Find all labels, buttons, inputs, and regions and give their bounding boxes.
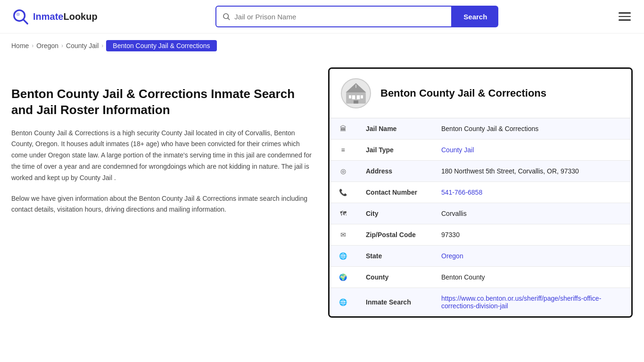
field-value-5: 97330	[432, 224, 631, 246]
jail-icon: 🏛	[330, 118, 356, 140]
info-card: Benton County Jail & Corrections 🏛Jail N…	[328, 67, 633, 318]
svg-rect-9	[349, 95, 351, 99]
field-value-0: Benton County Jail & Corrections	[432, 118, 631, 140]
svg-rect-7	[352, 95, 355, 99]
breadcrumb-state[interactable]: Oregon	[36, 42, 58, 49]
zip-icon: ✉	[330, 224, 356, 246]
hamburger-menu-button[interactable]	[617, 10, 633, 23]
card-header: Benton County Jail & Corrections	[330, 69, 631, 118]
county-icon: 🌍	[330, 267, 356, 288]
field-label-3: Contact Number	[356, 182, 432, 203]
right-column: Benton County Jail & Corrections 🏛Jail N…	[328, 67, 633, 318]
field-label-0: Jail Name	[356, 118, 432, 140]
city-icon: 🗺	[330, 203, 356, 224]
table-row: ≡Jail TypeCounty Jail	[330, 140, 631, 161]
svg-rect-10	[361, 95, 363, 99]
main-content: Benton County Jail & Corrections Inmate …	[0, 58, 644, 337]
page-title: Benton County Jail & Corrections Inmate …	[11, 86, 313, 118]
field-value-7: Benton County	[432, 267, 631, 288]
field-label-6: State	[356, 246, 432, 267]
breadcrumb-type[interactable]: County Jail	[66, 42, 99, 49]
svg-line-4	[228, 18, 230, 19]
table-row: ✉Zip/Postal Code97330	[330, 224, 631, 246]
left-column: Benton County Jail & Corrections Inmate …	[11, 67, 313, 318]
breadcrumb: Home › Oregon › County Jail › Benton Cou…	[0, 33, 644, 58]
info-table: 🏛Jail NameBenton County Jail & Correctio…	[330, 118, 631, 316]
field-value-8: https://www.co.benton.or.us/sheriff/page…	[432, 288, 631, 317]
hamburger-line-3	[619, 19, 631, 21]
table-row: 🌐Inmate Searchhttps://www.co.benton.or.u…	[330, 288, 631, 317]
search-wrapper	[215, 6, 452, 27]
search-icon: 🌐	[330, 288, 356, 317]
svg-point-2	[16, 12, 20, 16]
table-row: ◎Address180 Northwest 5th Street, Corval…	[330, 161, 631, 182]
table-row: 🌍CountyBenton County	[330, 267, 631, 288]
field-link-6[interactable]: Oregon	[441, 252, 463, 260]
globe-icon: 🌐	[330, 246, 356, 267]
jail-avatar	[341, 78, 371, 108]
field-label-8: Inmate Search	[356, 288, 432, 317]
search-input[interactable]	[234, 13, 446, 21]
page-description-1: Benton County Jail & Corrections is a hi…	[11, 128, 313, 184]
breadcrumb-current: Benton County Jail & Corrections	[106, 40, 216, 51]
svg-rect-8	[357, 95, 360, 99]
logo-icon	[11, 8, 29, 25]
breadcrumb-sep-1: ›	[32, 42, 33, 49]
field-label-4: City	[356, 203, 432, 224]
search-icon	[222, 12, 231, 21]
field-link-8[interactable]: https://www.co.benton.or.us/sheriff/page…	[441, 295, 601, 310]
field-label-2: Address	[356, 161, 432, 182]
field-link-3[interactable]: 541-766-6858	[441, 189, 482, 196]
svg-rect-11	[354, 100, 358, 104]
page-description-2: Below we have given information about th…	[11, 193, 313, 216]
breadcrumb-home[interactable]: Home	[11, 42, 29, 49]
breadcrumb-sep-2: ›	[61, 42, 63, 49]
field-value-3: 541-766-6858	[432, 182, 631, 203]
table-row: 📞Contact Number541-766-6858	[330, 182, 631, 203]
search-area: Search	[215, 6, 498, 27]
field-value-4: Corvallis	[432, 203, 631, 224]
field-label-1: Jail Type	[356, 140, 432, 161]
field-value-1: County Jail	[432, 140, 631, 161]
hamburger-line-1	[619, 12, 631, 14]
phone-icon: 📞	[330, 182, 356, 203]
field-link-1[interactable]: County Jail	[441, 146, 474, 154]
list-icon: ≡	[330, 140, 356, 161]
table-row: 🌐StateOregon	[330, 246, 631, 267]
breadcrumb-sep-3: ›	[101, 42, 103, 49]
field-value-2: 180 Northwest 5th Street, Corvallis, OR,…	[432, 161, 631, 182]
logo-text: InmateLookup	[33, 11, 98, 22]
field-label-7: County	[356, 267, 432, 288]
search-button[interactable]: Search	[452, 6, 498, 27]
location-icon: ◎	[330, 161, 356, 182]
svg-rect-12	[355, 85, 356, 88]
field-label-5: Zip/Postal Code	[356, 224, 432, 246]
building-icon	[344, 82, 368, 105]
hamburger-line-2	[619, 16, 631, 17]
logo-link[interactable]: InmateLookup	[11, 8, 98, 25]
table-row: 🗺CityCorvallis	[330, 203, 631, 224]
card-title: Benton County Jail & Corrections	[380, 87, 546, 99]
field-value-6: Oregon	[432, 246, 631, 267]
svg-line-1	[24, 20, 28, 24]
header: InmateLookup Search	[0, 0, 644, 33]
table-row: 🏛Jail NameBenton County Jail & Correctio…	[330, 118, 631, 140]
